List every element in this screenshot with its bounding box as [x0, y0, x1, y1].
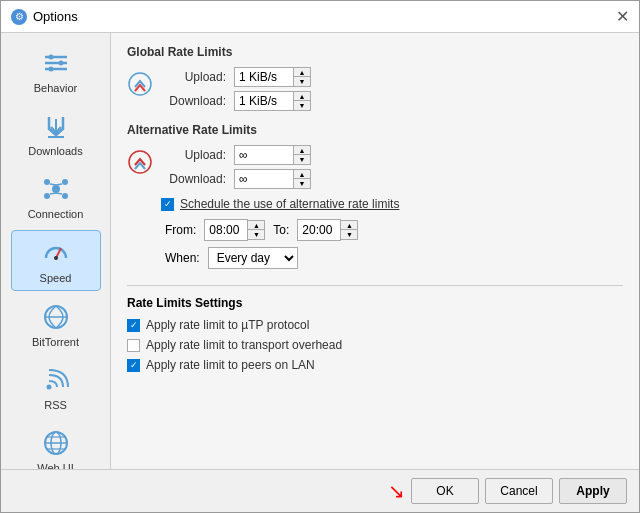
connection-icon [40, 173, 72, 205]
svg-point-3 [48, 55, 53, 60]
webui-icon [40, 427, 72, 459]
schedule-time-row: From: ▲ ▼ To: ▲ [161, 219, 399, 241]
sidebar-label-connection: Connection [28, 208, 84, 220]
sidebar-label-bittorrent: BitTorrent [32, 336, 79, 348]
global-rate-fields: Upload: ▲ ▼ Download: [161, 67, 311, 111]
sidebar-item-behavior[interactable]: Behavior [11, 41, 101, 100]
when-label: When: [165, 251, 200, 265]
from-down-arrow[interactable]: ▼ [248, 230, 264, 239]
separator [127, 285, 623, 286]
check3-checkbox[interactable] [127, 359, 140, 372]
svg-line-15 [50, 193, 56, 194]
svg-point-8 [52, 185, 60, 193]
alt-speed-icon [127, 149, 153, 178]
from-time-input[interactable] [204, 219, 248, 241]
download-down-arrow[interactable]: ▼ [294, 101, 310, 110]
sidebar-label-rss: RSS [44, 399, 67, 411]
to-label: To: [273, 223, 289, 237]
check2-row: Apply rate limit to transport overhead [127, 338, 623, 352]
upload-speed-icon [127, 71, 153, 100]
from-arrows: ▲ ▼ [248, 220, 265, 240]
from-time-spinner: ▲ ▼ [204, 219, 265, 241]
sidebar-label-speed: Speed [40, 272, 72, 284]
rate-settings-title: Rate Limits Settings [127, 296, 623, 310]
svg-point-10 [62, 179, 68, 185]
window-title: Options [33, 9, 78, 24]
sidebar-item-rss[interactable]: RSS [11, 358, 101, 417]
cancel-button[interactable]: Cancel [485, 478, 553, 504]
alt-upload-label: Upload: [161, 148, 226, 162]
when-select[interactable]: Every day Weekdays Weekends [208, 247, 298, 269]
title-bar: ⚙ Options ✕ [1, 1, 639, 33]
sidebar-label-behavior: Behavior [34, 82, 77, 94]
sidebar-label-downloads: Downloads [28, 145, 82, 157]
speed-icon [40, 237, 72, 269]
rss-icon [40, 364, 72, 396]
check2-checkbox[interactable] [127, 339, 140, 352]
main-panel: Global Rate Limits Upload: [111, 33, 639, 469]
sidebar-item-webui[interactable]: Web UI [11, 421, 101, 469]
upload-down-arrow[interactable]: ▼ [294, 77, 310, 86]
to-up-arrow[interactable]: ▲ [341, 221, 357, 230]
check1-checkbox[interactable] [127, 319, 140, 332]
global-rate-title: Global Rate Limits [127, 45, 623, 59]
svg-line-13 [50, 184, 56, 185]
check2-label: Apply rate limit to transport overhead [146, 338, 342, 352]
sidebar-item-downloads[interactable]: Downloads [11, 104, 101, 163]
alt-upload-spinner: ▲ ▼ [234, 145, 311, 165]
schedule-checkbox-row: Schedule the use of alternative rate lim… [161, 197, 399, 211]
options-window: ⚙ Options ✕ Behavior [0, 0, 640, 513]
arrow-indicator: ↘ [388, 479, 405, 503]
svg-line-16 [56, 193, 62, 194]
upload-spinner: ▲ ▼ [234, 67, 311, 87]
downloads-icon [40, 110, 72, 142]
to-time-input[interactable] [297, 219, 341, 241]
to-arrows: ▲ ▼ [341, 220, 358, 240]
alt-upload-arrows: ▲ ▼ [294, 145, 311, 165]
download-spinner: ▲ ▼ [234, 91, 311, 111]
upload-up-arrow[interactable]: ▲ [294, 68, 310, 77]
check3-row: Apply rate limit to peers on LAN [127, 358, 623, 372]
schedule-label: Schedule the use of alternative rate lim… [180, 197, 399, 211]
svg-point-4 [58, 61, 63, 66]
alt-upload-input[interactable] [234, 145, 294, 165]
alt-download-label: Download: [161, 172, 226, 186]
when-row: When: Every day Weekdays Weekends [161, 247, 399, 269]
alt-upload-up-arrow[interactable]: ▲ [294, 146, 310, 155]
alt-download-up-arrow[interactable]: ▲ [294, 170, 310, 179]
bittorrent-icon [40, 301, 72, 333]
upload-arrows: ▲ ▼ [294, 67, 311, 87]
check3-label: Apply rate limit to peers on LAN [146, 358, 315, 372]
svg-point-11 [44, 193, 50, 199]
upload-label: Upload: [161, 70, 226, 84]
check1-label: Apply rate limit to µTP protocol [146, 318, 309, 332]
sidebar-item-bittorrent[interactable]: BitTorrent [11, 295, 101, 354]
behavior-icon [40, 47, 72, 79]
to-time-spinner: ▲ ▼ [297, 219, 358, 241]
alt-download-arrows: ▲ ▼ [294, 169, 311, 189]
svg-point-21 [46, 385, 51, 390]
schedule-checkbox[interactable] [161, 198, 174, 211]
sidebar-item-speed[interactable]: Speed [11, 230, 101, 291]
upload-input[interactable] [234, 67, 294, 87]
svg-point-9 [44, 179, 50, 185]
apply-button[interactable]: Apply [559, 478, 627, 504]
check1-row: Apply rate limit to µTP protocol [127, 318, 623, 332]
svg-point-12 [62, 193, 68, 199]
from-label: From: [165, 223, 196, 237]
close-button[interactable]: ✕ [616, 7, 629, 26]
download-input[interactable] [234, 91, 294, 111]
alt-rate-title: Alternative Rate Limits [127, 123, 623, 137]
alt-download-spinner: ▲ ▼ [234, 169, 311, 189]
alt-download-input[interactable] [234, 169, 294, 189]
sidebar: Behavior Downloads [1, 33, 111, 469]
alt-download-down-arrow[interactable]: ▼ [294, 179, 310, 188]
sidebar-item-connection[interactable]: Connection [11, 167, 101, 226]
download-up-arrow[interactable]: ▲ [294, 92, 310, 101]
svg-line-14 [56, 184, 62, 185]
to-down-arrow[interactable]: ▼ [341, 230, 357, 239]
ok-button[interactable]: OK [411, 478, 479, 504]
svg-point-18 [54, 256, 58, 260]
alt-upload-down-arrow[interactable]: ▼ [294, 155, 310, 164]
from-up-arrow[interactable]: ▲ [248, 221, 264, 230]
